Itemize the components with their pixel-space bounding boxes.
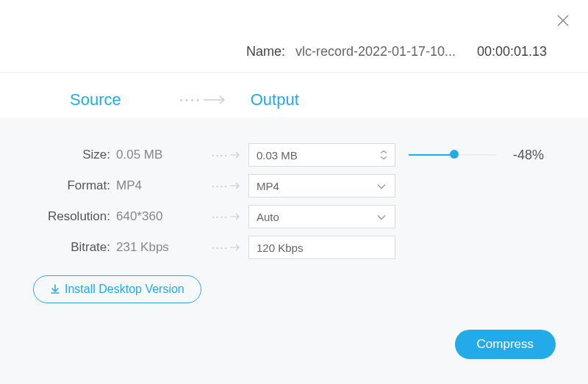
format-output-value: MP4 xyxy=(257,180,279,192)
size-output-stepper[interactable]: 0.03 MB xyxy=(248,143,395,167)
file-duration: 00:00:01.13 xyxy=(477,44,547,59)
format-select[interactable]: MP4 xyxy=(248,174,395,198)
bitrate-input[interactable]: 120 Kbps xyxy=(248,236,395,259)
bitrate-output-value: 120 Kbps xyxy=(257,242,303,254)
divider xyxy=(0,72,588,73)
install-desktop-button[interactable]: Install Desktop Version xyxy=(33,275,201,303)
format-label: Format: xyxy=(29,178,110,193)
columns-header: Source •••• Output xyxy=(0,82,588,117)
source-heading: Source xyxy=(70,90,121,109)
file-name: vlc-record-2022-01-17-10... xyxy=(295,44,456,59)
arrow-icon: •••• xyxy=(204,151,248,159)
close-icon[interactable] xyxy=(556,13,570,28)
resolution-select[interactable]: Auto xyxy=(248,205,395,228)
row-bitrate: Bitrate: 231 Kbps •••• 120 Kbps xyxy=(29,232,559,263)
arrow-icon: •••• xyxy=(204,213,248,220)
arrow-icon: •••• xyxy=(204,182,248,189)
compress-label: Compress xyxy=(477,337,534,351)
download-icon xyxy=(50,284,60,294)
chevron-down-icon xyxy=(377,180,386,192)
bitrate-source: 231 Kbps xyxy=(116,240,204,255)
compress-dialog: Name: vlc-record-2022-01-17-10... 00:00:… xyxy=(0,0,588,384)
resolution-output-value: Auto xyxy=(257,211,279,223)
name-label: Name: xyxy=(246,44,285,59)
size-output-value: 0.03 MB xyxy=(257,149,298,162)
row-resolution: Resolution: 640*360 •••• Auto xyxy=(29,201,559,232)
file-header: Name: vlc-record-2022-01-17-10... 00:00:… xyxy=(0,44,588,59)
arrow-icon: •••• xyxy=(180,95,229,105)
bitrate-label: Bitrate: xyxy=(29,240,110,255)
install-label: Install Desktop Version xyxy=(65,283,184,296)
format-source: MP4 xyxy=(116,178,204,193)
settings-panel: Size: 0.05 MB •••• 0.03 MB -48% xyxy=(0,117,588,384)
slider-thumb[interactable] xyxy=(450,150,459,159)
row-size: Size: 0.05 MB •••• 0.03 MB -48% xyxy=(29,140,559,170)
stepper-icon[interactable] xyxy=(380,151,387,160)
row-format: Format: MP4 •••• MP4 xyxy=(29,170,559,201)
chevron-down-icon xyxy=(377,211,386,223)
resolution-source: 640*360 xyxy=(116,209,204,224)
resolution-label: Resolution: xyxy=(29,209,110,224)
arrow-icon: •••• xyxy=(204,244,248,251)
size-label: Size: xyxy=(29,148,110,162)
compress-button[interactable]: Compress xyxy=(455,330,556,359)
size-source: 0.05 MB xyxy=(116,148,204,162)
size-slider[interactable] xyxy=(409,151,497,159)
size-percent: -48% xyxy=(513,148,544,163)
output-heading: Output xyxy=(251,90,299,109)
